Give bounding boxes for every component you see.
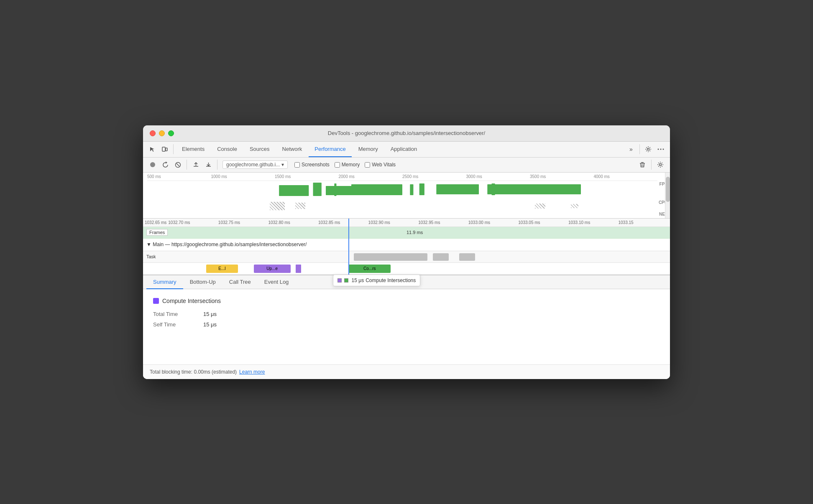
svg-rect-19 [410, 184, 413, 195]
summary-self-time-row: Self Time 15 μs [153, 321, 660, 328]
svg-rect-17 [334, 183, 336, 196]
devtools-window: DevTools - googlechrome.github.io/sample… [143, 125, 670, 379]
tooltip-color-box [337, 278, 342, 283]
tab-call-tree[interactable]: Call Tree [222, 275, 258, 289]
capture-settings-button[interactable] [655, 159, 666, 170]
summary-total-time-row: Total Time 15 μs [153, 311, 660, 317]
close-button[interactable] [150, 130, 156, 136]
fps-chart [147, 181, 657, 200]
tab-console[interactable]: Console [211, 141, 243, 157]
svg-point-2 [647, 148, 649, 150]
url-selector[interactable]: googlechrome.github.i... ▾ [222, 160, 288, 169]
memory-label: Memory [342, 162, 360, 168]
task-block-cors-label: Co...rs [363, 266, 376, 271]
record-button[interactable] [147, 159, 158, 170]
task-block-gray-1[interactable] [354, 253, 427, 261]
detail-timeline[interactable]: 1032.65 ms 1032.70 ms 1032.75 ms 1032.80… [143, 219, 670, 275]
self-time-value: 15 μs [203, 321, 217, 328]
device-toolbar-icon[interactable] [159, 143, 171, 155]
task-block-el[interactable]: E...l [206, 265, 238, 273]
time-label-500: 500 ms [147, 174, 211, 179]
web-vitals-checkbox-label[interactable]: Web Vitals [365, 162, 396, 168]
clear-button[interactable] [172, 159, 183, 170]
tab-network[interactable]: Network [276, 141, 308, 157]
tab-sources[interactable]: Sources [244, 141, 276, 157]
more-options-icon[interactable] [655, 143, 667, 155]
blocking-time-text: Total blocking time: 0.00ms (estimated) [150, 369, 237, 375]
delete-profile-button[interactable] [637, 159, 648, 170]
tab-bottom-up[interactable]: Bottom-Up [183, 275, 222, 289]
memory-checkbox-label[interactable]: Memory [335, 162, 360, 168]
task-row[interactable]: Task [143, 251, 670, 263]
timeline-scrollbar[interactable] [665, 173, 670, 218]
flame-row-1[interactable]: E...l Up...e Co...rs 15 μs Compute Inter… [143, 263, 670, 275]
task-block-cors[interactable]: Co...rs [348, 265, 391, 273]
svg-rect-21 [436, 184, 479, 194]
tooltip-time: 15 μs [352, 277, 364, 283]
download-profile-button[interactable] [203, 159, 214, 170]
svg-rect-23 [492, 183, 495, 195]
upload-profile-button[interactable] [190, 159, 201, 170]
more-tabs-icon[interactable]: » [625, 143, 637, 155]
ms-label-6: 1032.95 ms [418, 220, 468, 225]
inspect-icon[interactable] [146, 143, 158, 155]
performance-toolbar: googlechrome.github.i... ▾ Screenshots M… [143, 158, 670, 173]
title-bar: DevTools - googlechrome.github.io/sample… [143, 125, 670, 142]
task-label: Task [143, 254, 156, 259]
task-block-gray-3[interactable] [459, 253, 475, 261]
tooltip-label: Compute Intersections [366, 277, 416, 283]
ms-label-9: 1033.10 ms [568, 220, 619, 225]
frame-duration: 11.9 ms [406, 230, 423, 235]
svg-point-13 [660, 164, 662, 166]
screenshots-checkbox-label[interactable]: Screenshots [294, 162, 330, 168]
nav-separator-2 [639, 144, 640, 154]
url-dropdown-icon: ▾ [281, 162, 284, 168]
total-time-value: 15 μs [203, 311, 217, 317]
devtools-nav: Elements Console Sources Network Perform… [143, 142, 670, 158]
learn-more-link[interactable]: Learn more [239, 369, 265, 375]
ms-label-7: 1033.00 ms [468, 220, 519, 225]
tab-event-log[interactable]: Event Log [258, 275, 296, 289]
svg-rect-10 [641, 162, 644, 163]
traffic-lights [150, 130, 174, 136]
scrollbar-thumb[interactable] [666, 177, 670, 202]
svg-line-8 [176, 163, 179, 166]
settings-icon[interactable] [642, 143, 654, 155]
tab-memory[interactable]: Memory [353, 141, 384, 157]
memory-checkbox[interactable] [335, 162, 340, 168]
svg-point-3 [658, 149, 659, 150]
tab-application[interactable]: Application [385, 141, 423, 157]
frames-label: Frames [146, 229, 168, 236]
nav-separator-1 [173, 144, 174, 154]
cpu-chart [147, 200, 657, 212]
checkbox-group: Screenshots Memory Web Vitals [294, 162, 396, 168]
total-time-label: Total Time [153, 311, 195, 317]
svg-point-4 [660, 149, 662, 150]
time-label-3500: 3500 ms [530, 174, 594, 179]
tab-elements[interactable]: Elements [176, 141, 210, 157]
svg-rect-14 [279, 185, 309, 196]
ms-label-0: 1032.65 ms [145, 220, 166, 225]
maximize-button[interactable] [168, 130, 174, 136]
task-block-gray-2[interactable] [433, 253, 449, 261]
time-label-2000: 2000 ms [339, 174, 403, 179]
web-vitals-label: Web Vitals [372, 162, 396, 168]
screenshots-checkbox[interactable] [294, 162, 300, 168]
ms-label-3: 1032.80 ms [268, 220, 318, 225]
task-block-upe[interactable]: Up...e [254, 265, 291, 273]
task-block-el-label: E...l [218, 266, 225, 271]
url-text: googlechrome.github.i... [226, 162, 280, 168]
frames-row: Frames 11.9 ms [143, 227, 670, 239]
tab-performance[interactable]: Performance [309, 141, 351, 157]
task-block-small-purple[interactable] [296, 265, 301, 273]
bottom-bar: Total blocking time: 0.00ms (estimated) … [143, 364, 670, 379]
main-thread-label: ▼ Main — https://googlechrome.github.io/… [146, 242, 307, 247]
web-vitals-checkbox[interactable] [365, 162, 370, 168]
tab-summary[interactable]: Summary [146, 275, 183, 289]
svg-rect-25 [530, 184, 581, 194]
ms-ruler: 1032.65 ms 1032.70 ms 1032.75 ms 1032.80… [143, 219, 670, 227]
timeline-overview[interactable]: 500 ms 1000 ms 1500 ms 2000 ms 2500 ms 3… [143, 173, 670, 219]
minimize-button[interactable] [159, 130, 165, 136]
screenshots-label: Screenshots [302, 162, 330, 168]
reload-record-button[interactable] [160, 159, 171, 170]
